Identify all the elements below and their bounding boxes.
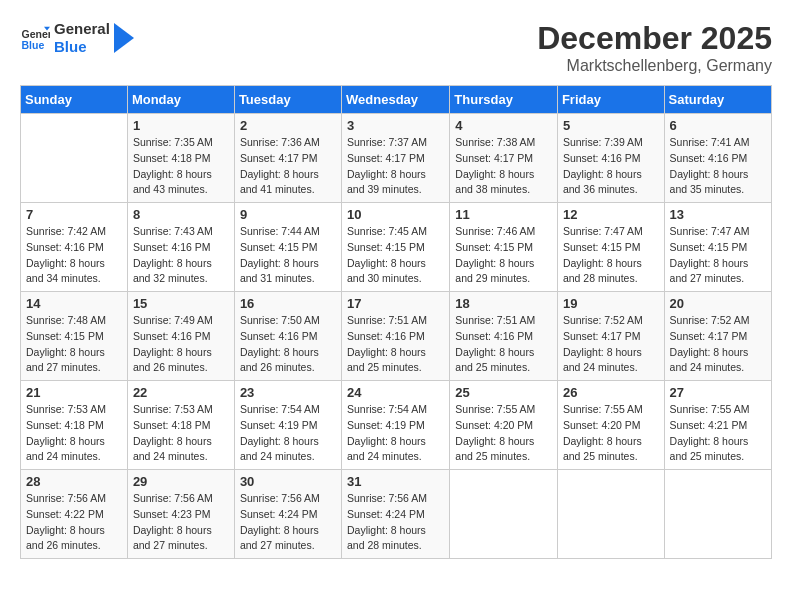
day-info: Sunrise: 7:55 AM Sunset: 4:20 PM Dayligh… [455, 402, 552, 465]
sunrise-text: Sunrise: 7:53 AM [133, 403, 213, 415]
svg-text:Blue: Blue [22, 39, 45, 51]
calendar-cell: 30 Sunrise: 7:56 AM Sunset: 4:24 PM Dayl… [234, 470, 341, 559]
sunrise-text: Sunrise: 7:51 AM [455, 314, 535, 326]
day-number: 22 [133, 385, 229, 400]
day-info: Sunrise: 7:51 AM Sunset: 4:16 PM Dayligh… [347, 313, 444, 376]
daylight-text: Daylight: 8 hours and 24 minutes. [563, 346, 642, 374]
day-number: 2 [240, 118, 336, 133]
day-info: Sunrise: 7:41 AM Sunset: 4:16 PM Dayligh… [670, 135, 766, 198]
location-subtitle: Marktschellenberg, Germany [537, 57, 772, 75]
day-info: Sunrise: 7:53 AM Sunset: 4:18 PM Dayligh… [26, 402, 122, 465]
sunset-text: Sunset: 4:17 PM [347, 152, 425, 164]
calendar-cell: 4 Sunrise: 7:38 AM Sunset: 4:17 PM Dayli… [450, 114, 558, 203]
sunset-text: Sunset: 4:16 PM [563, 152, 641, 164]
day-number: 11 [455, 207, 552, 222]
calendar-cell: 24 Sunrise: 7:54 AM Sunset: 4:19 PM Dayl… [342, 381, 450, 470]
day-number: 3 [347, 118, 444, 133]
day-info: Sunrise: 7:54 AM Sunset: 4:19 PM Dayligh… [240, 402, 336, 465]
daylight-text: Daylight: 8 hours and 24 minutes. [240, 435, 319, 463]
day-number: 10 [347, 207, 444, 222]
day-info: Sunrise: 7:48 AM Sunset: 4:15 PM Dayligh… [26, 313, 122, 376]
daylight-text: Daylight: 8 hours and 25 minutes. [347, 346, 426, 374]
sunset-text: Sunset: 4:24 PM [347, 508, 425, 520]
daylight-text: Daylight: 8 hours and 25 minutes. [563, 435, 642, 463]
sunrise-text: Sunrise: 7:51 AM [347, 314, 427, 326]
day-info: Sunrise: 7:56 AM Sunset: 4:24 PM Dayligh… [347, 491, 444, 554]
sunrise-text: Sunrise: 7:46 AM [455, 225, 535, 237]
daylight-text: Daylight: 8 hours and 35 minutes. [670, 168, 749, 196]
day-number: 12 [563, 207, 659, 222]
day-info: Sunrise: 7:47 AM Sunset: 4:15 PM Dayligh… [670, 224, 766, 287]
daylight-text: Daylight: 8 hours and 28 minutes. [563, 257, 642, 285]
daylight-text: Daylight: 8 hours and 24 minutes. [347, 435, 426, 463]
sunset-text: Sunset: 4:18 PM [133, 152, 211, 164]
day-number: 26 [563, 385, 659, 400]
sunset-text: Sunset: 4:16 PM [133, 330, 211, 342]
daylight-text: Daylight: 8 hours and 39 minutes. [347, 168, 426, 196]
sunrise-text: Sunrise: 7:54 AM [240, 403, 320, 415]
sunrise-text: Sunrise: 7:36 AM [240, 136, 320, 148]
sunrise-text: Sunrise: 7:45 AM [347, 225, 427, 237]
sunset-text: Sunset: 4:22 PM [26, 508, 104, 520]
day-number: 15 [133, 296, 229, 311]
day-info: Sunrise: 7:42 AM Sunset: 4:16 PM Dayligh… [26, 224, 122, 287]
day-info: Sunrise: 7:56 AM Sunset: 4:24 PM Dayligh… [240, 491, 336, 554]
sunset-text: Sunset: 4:16 PM [240, 330, 318, 342]
calendar-cell: 22 Sunrise: 7:53 AM Sunset: 4:18 PM Dayl… [127, 381, 234, 470]
day-info: Sunrise: 7:39 AM Sunset: 4:16 PM Dayligh… [563, 135, 659, 198]
sunrise-text: Sunrise: 7:42 AM [26, 225, 106, 237]
day-info: Sunrise: 7:37 AM Sunset: 4:17 PM Dayligh… [347, 135, 444, 198]
sunset-text: Sunset: 4:19 PM [347, 419, 425, 431]
daylight-text: Daylight: 8 hours and 36 minutes. [563, 168, 642, 196]
sunrise-text: Sunrise: 7:53 AM [26, 403, 106, 415]
sunrise-text: Sunrise: 7:55 AM [455, 403, 535, 415]
calendar-cell: 19 Sunrise: 7:52 AM Sunset: 4:17 PM Dayl… [557, 292, 664, 381]
day-number: 5 [563, 118, 659, 133]
sunrise-text: Sunrise: 7:47 AM [563, 225, 643, 237]
day-info: Sunrise: 7:47 AM Sunset: 4:15 PM Dayligh… [563, 224, 659, 287]
day-info: Sunrise: 7:51 AM Sunset: 4:16 PM Dayligh… [455, 313, 552, 376]
daylight-text: Daylight: 8 hours and 27 minutes. [133, 524, 212, 552]
daylight-text: Daylight: 8 hours and 27 minutes. [26, 346, 105, 374]
day-info: Sunrise: 7:56 AM Sunset: 4:23 PM Dayligh… [133, 491, 229, 554]
day-number: 19 [563, 296, 659, 311]
calendar-cell [557, 470, 664, 559]
calendar-week-row: 21 Sunrise: 7:53 AM Sunset: 4:18 PM Dayl… [21, 381, 772, 470]
day-number: 13 [670, 207, 766, 222]
sunrise-text: Sunrise: 7:39 AM [563, 136, 643, 148]
day-info: Sunrise: 7:46 AM Sunset: 4:15 PM Dayligh… [455, 224, 552, 287]
sunset-text: Sunset: 4:24 PM [240, 508, 318, 520]
calendar-header-row: SundayMondayTuesdayWednesdayThursdayFrid… [21, 86, 772, 114]
daylight-text: Daylight: 8 hours and 32 minutes. [133, 257, 212, 285]
logo-general: General [54, 20, 110, 38]
sunset-text: Sunset: 4:16 PM [670, 152, 748, 164]
sunrise-text: Sunrise: 7:48 AM [26, 314, 106, 326]
sunset-text: Sunset: 4:16 PM [347, 330, 425, 342]
calendar-week-row: 7 Sunrise: 7:42 AM Sunset: 4:16 PM Dayli… [21, 203, 772, 292]
daylight-text: Daylight: 8 hours and 38 minutes. [455, 168, 534, 196]
day-number: 18 [455, 296, 552, 311]
title-block: December 2025 Marktschellenberg, Germany [537, 20, 772, 75]
sunrise-text: Sunrise: 7:37 AM [347, 136, 427, 148]
day-info: Sunrise: 7:36 AM Sunset: 4:17 PM Dayligh… [240, 135, 336, 198]
day-number: 20 [670, 296, 766, 311]
calendar-cell: 28 Sunrise: 7:56 AM Sunset: 4:22 PM Dayl… [21, 470, 128, 559]
sunrise-text: Sunrise: 7:56 AM [240, 492, 320, 504]
day-number: 9 [240, 207, 336, 222]
calendar-cell: 29 Sunrise: 7:56 AM Sunset: 4:23 PM Dayl… [127, 470, 234, 559]
sunset-text: Sunset: 4:19 PM [240, 419, 318, 431]
day-info: Sunrise: 7:53 AM Sunset: 4:18 PM Dayligh… [133, 402, 229, 465]
sunset-text: Sunset: 4:17 PM [563, 330, 641, 342]
col-header-monday: Monday [127, 86, 234, 114]
calendar-cell: 8 Sunrise: 7:43 AM Sunset: 4:16 PM Dayli… [127, 203, 234, 292]
col-header-sunday: Sunday [21, 86, 128, 114]
daylight-text: Daylight: 8 hours and 28 minutes. [347, 524, 426, 552]
calendar-cell [21, 114, 128, 203]
col-header-friday: Friday [557, 86, 664, 114]
daylight-text: Daylight: 8 hours and 26 minutes. [133, 346, 212, 374]
sunrise-text: Sunrise: 7:44 AM [240, 225, 320, 237]
day-number: 30 [240, 474, 336, 489]
calendar-cell: 21 Sunrise: 7:53 AM Sunset: 4:18 PM Dayl… [21, 381, 128, 470]
sunrise-text: Sunrise: 7:55 AM [563, 403, 643, 415]
logo-arrow-icon [114, 23, 134, 53]
